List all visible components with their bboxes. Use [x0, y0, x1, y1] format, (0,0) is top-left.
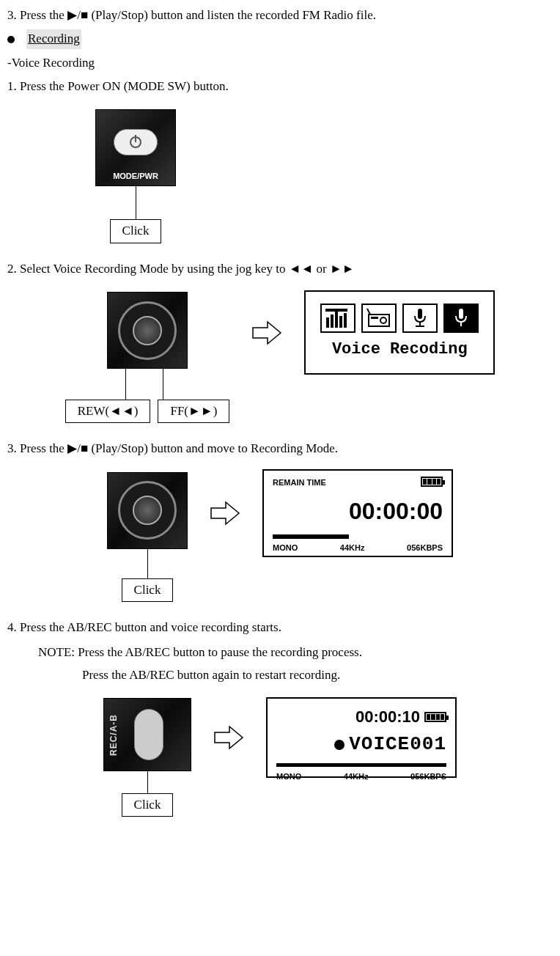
- svg-rect-2: [335, 312, 338, 328]
- sub-heading: -Voice Recording: [7, 54, 553, 73]
- step-1-text: 1. Press the Power ON (MODE SW) button.: [7, 77, 553, 96]
- figure-mode-pwr: Click: [95, 109, 176, 243]
- figure-rec-ab: REC/A-B Click: [103, 698, 191, 817]
- intro-step: 3. Press the ▶/■ (Play/Stop) button and …: [7, 6, 553, 25]
- voice-recording-label: Voice Recoding: [332, 337, 468, 362]
- connector-line: [163, 369, 163, 400]
- voice-file-name: VOICE001: [349, 729, 446, 759]
- svg-line-9: [367, 309, 370, 315]
- battery-icon: [424, 712, 446, 722]
- arrow-right-icon: [251, 317, 282, 348]
- connector-line: [125, 369, 126, 400]
- remain-time-screen: REMAIN TIME 00:00:00 MONO 44KHz 056KBPS: [262, 469, 453, 557]
- remain-time-value: 00:00:00: [273, 493, 443, 530]
- rec-ab-button-image: REC/A-B: [103, 698, 191, 771]
- note-line-1: NOTE: Press the AB/REC button to pause t…: [38, 643, 553, 662]
- arrow-right-icon: [210, 498, 240, 529]
- connector-line: [147, 771, 148, 793]
- rec-ab-side-label: REC/A-B: [107, 714, 121, 756]
- click-label: Click: [110, 219, 162, 243]
- svg-rect-5: [325, 309, 347, 312]
- progress-bar: [276, 763, 446, 767]
- mode-icon-voice-rec-active: [443, 304, 479, 333]
- click-label: Click: [122, 578, 174, 602]
- mode-pwr-button-image: [95, 109, 176, 186]
- svg-rect-4: [344, 313, 347, 328]
- svg-rect-0: [326, 317, 329, 328]
- click-label: Click: [122, 793, 174, 817]
- svg-rect-10: [418, 309, 422, 319]
- battery-icon: [421, 477, 443, 487]
- mode-icon-music: [320, 304, 355, 333]
- section-header: Recording: [7, 29, 553, 48]
- audio-khz: 44KHz: [344, 771, 369, 783]
- svg-rect-13: [459, 309, 463, 319]
- mode-icon-radio: [361, 304, 397, 333]
- bullet-icon: [7, 36, 15, 43]
- svg-rect-1: [331, 315, 334, 328]
- rec-time-value: 00:00:10: [355, 705, 420, 729]
- voice-file-screen: 00:00:10 VOICE001 MONO 44KHz 056KBPS: [266, 697, 457, 778]
- svg-rect-8: [371, 317, 378, 319]
- step-4-text: 4. Press the AB/REC button and voice rec…: [7, 618, 553, 637]
- figure-play-stop: Click: [107, 472, 188, 602]
- step-2-text: 2. Select Voice Recording Mode by using …: [7, 260, 553, 279]
- ff-label: FF(►►): [158, 400, 229, 423]
- connector-line: [136, 186, 136, 219]
- remain-time-label: REMAIN TIME: [273, 477, 326, 489]
- svg-rect-3: [339, 316, 342, 328]
- svg-point-7: [380, 317, 386, 323]
- audio-khz: 44KHz: [340, 542, 365, 554]
- progress-bar: [273, 534, 349, 539]
- arrow-right-icon: [213, 722, 244, 753]
- section-title: Recording: [26, 29, 81, 48]
- mode-icon-mic: [402, 304, 438, 333]
- audio-kbps: 056KBPS: [407, 542, 443, 554]
- connector-line: [147, 549, 148, 578]
- play-stop-button-image: [107, 472, 188, 549]
- record-indicator-icon: [334, 740, 345, 750]
- note-line-2: Press the AB/REC button again to restart…: [82, 666, 553, 685]
- audio-mono: MONO: [276, 771, 301, 783]
- jog-key-image: [107, 292, 188, 369]
- audio-mono: MONO: [273, 542, 298, 554]
- step-3-text: 3. Press the ▶/■ (Play/Stop) button and …: [7, 439, 553, 458]
- audio-kbps: 056KBPS: [410, 771, 446, 783]
- voice-recording-screen: Voice Recoding: [304, 290, 495, 375]
- figure-jog-key: REW(◄◄) FF(►►): [65, 292, 230, 423]
- rew-label: REW(◄◄): [65, 400, 151, 423]
